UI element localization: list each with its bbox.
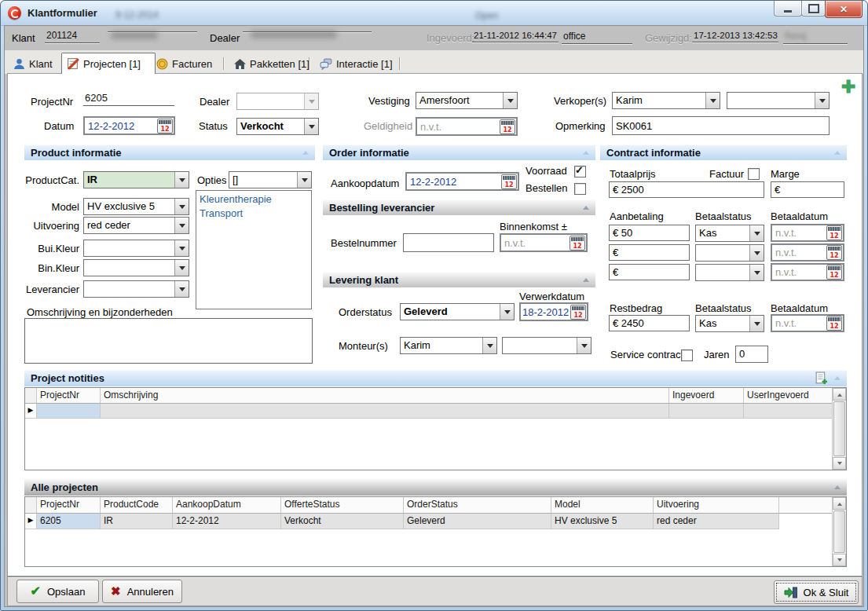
marge-input[interactable]: € <box>771 181 844 198</box>
dropdown-arrow-icon[interactable] <box>304 93 318 109</box>
dropdown-arrow-icon[interactable] <box>297 172 311 188</box>
betaaldatum-datefield-1[interactable]: n.v.t. <box>771 224 844 242</box>
tab-projecten[interactable]: Projecten [1] <box>61 53 156 74</box>
tab-facturen[interactable]: Facturen <box>152 55 227 73</box>
klant-naam-field[interactable] <box>108 29 197 32</box>
column-header[interactable]: Ingevoerd <box>669 388 744 403</box>
dropdown-arrow-icon[interactable] <box>749 225 764 241</box>
betaaldatum-datefield-2[interactable]: n.v.t. <box>771 243 844 262</box>
dropdown-arrow-icon[interactable] <box>304 119 318 134</box>
opties-combobox[interactable]: [] <box>229 171 312 188</box>
column-header[interactable]: Model <box>551 497 654 513</box>
aankoopdatum-datefield[interactable]: 12-2-2012 <box>405 172 519 191</box>
dropdown-arrow-icon[interactable] <box>174 260 189 276</box>
betaalstatus-combobox-2[interactable] <box>695 244 764 262</box>
betaalstatus-combobox-3[interactable] <box>695 264 764 281</box>
jaren-input[interactable]: 0 <box>735 346 768 363</box>
betaalstatus-combobox-1[interactable]: Kas <box>695 225 764 242</box>
row-selector-header[interactable] <box>25 388 37 403</box>
bestellen-checkbox[interactable] <box>574 183 586 195</box>
betaaldatum-datefield-3[interactable]: n.v.t. <box>771 263 844 281</box>
opties-listbox[interactable]: Kleurentherapie Transport <box>196 190 312 309</box>
aanbetaling-input-2[interactable]: € <box>609 244 690 261</box>
column-header[interactable]: ProjectNr <box>37 497 101 513</box>
rest-betaaldatum-datefield[interactable]: n.v.t. <box>771 314 844 332</box>
dropdown-arrow-icon[interactable] <box>577 338 591 353</box>
scroll-up-button[interactable] <box>833 497 846 510</box>
column-header[interactable]: ProjectNr <box>37 388 101 403</box>
klant-nr-field[interactable]: 201124 <box>45 29 100 43</box>
column-header[interactable]: OrderStatus <box>404 497 551 513</box>
dropdown-arrow-icon[interactable] <box>503 93 517 108</box>
tab-pakketten[interactable]: Pakketten [1] <box>229 55 314 73</box>
dropdown-arrow-icon[interactable] <box>174 281 189 297</box>
tab-klant[interactable]: Klant <box>9 55 67 73</box>
projectnr-field[interactable]: 6205 <box>83 91 174 106</box>
calendar-icon[interactable] <box>501 174 517 189</box>
orderstatus-combobox[interactable]: Geleverd <box>400 303 515 320</box>
dropdown-arrow-icon[interactable] <box>174 199 189 214</box>
status-combobox[interactable]: Verkocht <box>236 118 319 135</box>
restbedrag-input[interactable]: € 2450 <box>609 315 690 331</box>
model-combobox[interactable]: HV exclusive 5 <box>83 198 189 215</box>
verkoper1-combobox[interactable]: Karim <box>612 92 720 109</box>
dropdown-arrow-icon[interactable] <box>749 265 764 280</box>
collapse-icon[interactable] <box>834 485 841 489</box>
dealer-combobox[interactable] <box>236 93 319 110</box>
calendar-icon[interactable] <box>500 119 515 134</box>
productcat-combobox[interactable]: IR <box>83 171 189 188</box>
collapse-icon[interactable] <box>583 151 589 155</box>
scroll-down-button[interactable] <box>833 457 846 470</box>
geldigheid-datefield[interactable]: n.v.t. <box>416 117 518 136</box>
collapse-icon[interactable] <box>834 376 841 380</box>
calendar-icon[interactable] <box>570 236 585 251</box>
collapse-icon[interactable] <box>583 206 589 210</box>
dropdown-arrow-icon[interactable] <box>815 93 829 108</box>
dropdown-arrow-icon[interactable] <box>174 218 189 233</box>
verkoper2-combobox[interactable] <box>727 92 830 109</box>
tab-interactie[interactable]: Interactie [1] <box>315 55 405 73</box>
table-row[interactable]: ▶ <box>25 404 846 419</box>
scroll-up-button[interactable] <box>833 388 846 401</box>
table-row[interactable]: ▶ 6205 IR 12-2-2012 Verkocht Geleverd HV… <box>25 514 846 529</box>
calendar-icon[interactable] <box>826 265 842 280</box>
collapse-icon[interactable] <box>583 278 589 282</box>
ok-sluit-button[interactable]: Ok & Sluit <box>774 580 859 604</box>
column-header[interactable]: Omschrijving <box>101 388 669 403</box>
row-selector-cell[interactable]: ▶ <box>25 514 37 529</box>
calendar-icon[interactable] <box>826 245 842 260</box>
column-header[interactable]: ProductCode <box>101 497 173 513</box>
dropdown-arrow-icon[interactable] <box>749 316 764 331</box>
factuur-checkbox[interactable] <box>748 168 760 180</box>
calendar-icon[interactable] <box>570 305 586 320</box>
calendar-icon[interactable] <box>826 316 842 331</box>
calendar-icon[interactable] <box>157 119 173 134</box>
annuleren-button[interactable]: ✖ Annuleren <box>102 580 182 603</box>
maximize-button[interactable] <box>801 1 826 16</box>
opties-list-item[interactable]: Kleurentherapie <box>200 192 308 207</box>
close-button[interactable]: ✕ <box>825 1 863 18</box>
voorraad-checkbox[interactable] <box>574 166 586 177</box>
dropdown-arrow-icon[interactable] <box>749 245 764 261</box>
notities-scrollbar[interactable] <box>832 388 846 470</box>
opslaan-button[interactable]: ✔ Opslaan <box>16 580 99 603</box>
alle-projecten-scrollbar[interactable] <box>832 497 846 566</box>
titlebar[interactable]: Klantformulier 9-12-2014 Open ✕ <box>1 1 867 26</box>
column-header[interactable]: AankoopDatum <box>173 497 281 513</box>
dropdown-arrow-icon[interactable] <box>482 338 496 353</box>
add-project-icon[interactable]: ✚ <box>841 81 855 93</box>
opmerking-input[interactable]: SK0061 <box>612 116 830 135</box>
scroll-down-button[interactable] <box>833 554 846 566</box>
dropdown-arrow-icon[interactable] <box>174 172 189 188</box>
bestelnummer-input[interactable] <box>403 233 494 252</box>
leverancier-combobox[interactable] <box>83 280 189 298</box>
scrollbar-thumb[interactable] <box>833 510 845 553</box>
opties-list-item[interactable]: Transport <box>200 207 308 221</box>
binkleur-combobox[interactable] <box>83 259 189 276</box>
column-header[interactable]: UserIngevoerd <box>744 388 833 403</box>
monteur1-combobox[interactable]: Karim <box>400 337 497 354</box>
vestiging-combobox[interactable]: Amersfoort <box>416 92 518 109</box>
buikleur-combobox[interactable] <box>83 240 189 257</box>
dealer-naam-field[interactable] <box>243 29 372 32</box>
monteur2-combobox[interactable] <box>502 337 591 354</box>
